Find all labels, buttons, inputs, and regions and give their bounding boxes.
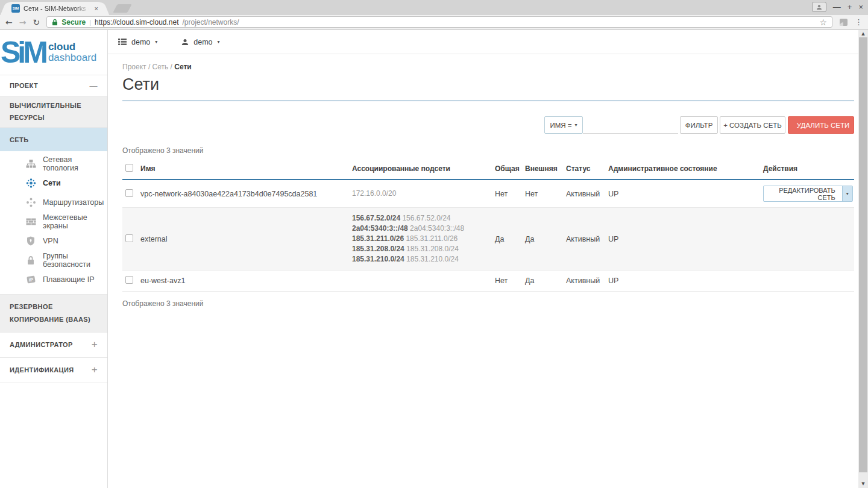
breadcrumb-current: Сети [174,63,191,71]
sidebar-item-label: Плавающие IP [43,275,95,284]
topology-icon [25,159,36,169]
url-path: /project/networks/ [183,18,239,27]
subnet-cidr: 185.31.210.0/24 [406,255,459,263]
sidebar-group-compute[interactable]: ВЫЧИСЛИТЕЛЬНЫЕ РЕСУРСЫ [0,96,107,127]
new-tab-button[interactable] [113,4,131,13]
sidebar-item-security-groups[interactable]: Группы безопасности [0,251,107,270]
tab-strip: SIM Сети - SIM-Networks cl × — + × [0,0,868,15]
logo-cloud-text: cloud [48,42,96,52]
sidebar-item-routers[interactable]: Маршрутизаторы [0,193,107,212]
edit-network-button[interactable]: РЕДАКТИРОВАТЬ СЕТЬ ▾ [763,186,853,202]
breadcrumb-network[interactable]: Сеть [153,63,169,71]
external-value: Да [525,208,566,271]
sidebar-item-label: Группы безопасности [43,252,107,269]
scrollbar-thumb[interactable] [859,37,867,472]
browser-tab[interactable]: SIM Сети - SIM-Networks cl × [7,2,102,15]
sidebar-item-network-topology[interactable]: Сетевая топология [0,154,107,174]
bookmark-star-icon[interactable]: ☆ [819,17,827,27]
page-scrollbar[interactable]: ▲ ▼ [858,30,868,488]
breadcrumb-separator: / [171,63,172,71]
network-name-link[interactable]: vpc-network-a84030ae422a4173b4d0e7495cda… [140,180,352,208]
favicon: SIM [11,4,20,13]
name-filter-dropdown[interactable]: ИМЯ = ▾ [544,116,583,134]
tab-title: Сети - SIM-Networks cl [24,5,89,12]
column-header-actions: Действия [763,160,854,180]
expand-plus-icon: + [92,364,98,376]
reading-list-icon[interactable] [839,18,848,27]
scroll-down-icon[interactable]: ▼ [858,481,868,486]
lock-icon [52,19,58,26]
status-value: Активный [566,180,608,208]
browser-toolbar: ← → ↻ Secure | https://cloud.sim-cloud.n… [0,15,868,30]
sidebar-item-networks[interactable]: Сети [0,174,107,193]
vpn-shield-icon [25,236,36,246]
network-name-link[interactable]: external [140,208,352,271]
networks-icon [25,178,36,188]
back-button[interactable]: ← [5,18,13,27]
create-button-label: + СОЗДАТЬ СЕТЬ [723,122,782,129]
sidebar: SiM cloud dashboard ПРОЕКТ — ВЫЧИСЛИТЕЛЬ… [0,30,108,488]
admin-state-value: UP [608,208,763,271]
row-checkbox[interactable] [125,276,133,284]
page-title: Сети [122,75,854,94]
compute-group-label: ВЫЧИСЛИТЕЛЬНЫЕ РЕСУРСЫ [10,100,98,124]
top-bar: demo ▾ demo ▾ [108,30,858,54]
items-count-top: Отображено 3 значений [122,146,854,155]
user-menu-label: demo [193,38,212,46]
sidebar-item-firewalls[interactable]: Межсетевые экраны [0,212,107,231]
network-name-link[interactable]: eu-west-avz1 [140,271,352,292]
scroll-up-icon[interactable]: ▲ [858,31,868,36]
create-network-button[interactable]: + СОЗДАТЬ СЕТЬ [720,116,785,134]
items-count-bottom: Отображено 3 значений [122,299,854,308]
browser-menu-icon[interactable]: ⋮ [855,17,863,27]
shared-value: Нет [495,271,525,292]
browser-profile-button[interactable] [812,2,826,12]
project-section-label: ПРОЕКТ [10,82,38,89]
breadcrumb-project[interactable]: Проект [122,63,146,71]
table-header-row: Имя Ассоциированные подсети Общая Внешня… [122,160,854,180]
sidebar-section-admin[interactable]: АДМИНИСТРАТОР + [0,332,107,357]
sidebar-group-backup[interactable]: РЕЗЕРВНОЕ КОПИРОВАНИЕ (BAAS) [0,294,107,332]
sidebar-group-network[interactable]: СЕТЬ [0,127,107,151]
column-header-name: Имя [140,160,352,180]
sidebar-item-vpn[interactable]: VPN [0,231,107,251]
subnet-cidr: 156.67.52.0/24 [402,214,450,222]
column-header-subnets: Ассоциированные подсети [352,160,495,180]
filter-button-label: ФИЛЬТР [685,122,713,129]
row-checkbox[interactable] [125,189,133,197]
logo-sim-text: SiM [1,39,45,66]
row-checkbox[interactable] [125,234,133,242]
chevron-down-icon: ▾ [155,39,157,45]
window-maximize-button[interactable]: + [848,2,852,11]
sidebar-section-project[interactable]: ПРОЕКТ — [0,75,107,96]
sim-cloud-logo: SiM cloud dashboard [0,30,107,75]
admin-section-label: АДМИНИСТРАТОР [10,341,73,348]
subnet-name: 185.31.210.0/24 [352,255,404,263]
edit-network-dropdown[interactable]: ▾ [842,186,852,201]
reload-button[interactable]: ↻ [33,18,40,27]
name-filter-label: ИМЯ = [550,122,571,129]
chevron-down-icon: ▾ [846,191,849,196]
subnet-name: 185.31.211.0/26 [352,234,404,243]
forward-button[interactable]: → [19,18,27,27]
filter-button[interactable]: ФИЛЬТР [680,116,718,134]
sidebar-item-label: Сетевая топология [43,155,107,172]
tab-close-icon[interactable]: × [95,5,98,12]
subnet-name: 2a04:5340:3::/48 [352,224,408,233]
subnet-name: 185.31.208.0/24 [352,245,404,253]
window-close-button[interactable]: × [858,2,863,11]
table-row: external 156.67.52.0/24 156.67.52.0/24 2… [122,208,854,271]
filter-input[interactable] [583,117,678,134]
sidebar-section-identity[interactable]: ИДЕНТИФИКАЦИЯ + [0,357,107,383]
status-value: Активный [566,271,608,292]
project-switcher-menu[interactable]: demo ▾ [118,38,157,46]
user-menu[interactable]: demo ▾ [181,38,219,46]
address-bar[interactable]: Secure | https://cloud.sim-cloud.net/pro… [46,16,832,28]
delete-networks-button[interactable]: УДАЛИТЬ СЕТИ [788,116,854,134]
sidebar-item-floating-ips[interactable]: IP Плавающие IP [0,270,107,289]
external-value: Нет [525,180,566,208]
window-minimize-button[interactable]: — [833,2,841,11]
chevron-down-icon: ▾ [218,39,220,45]
external-value: Да [525,271,566,292]
select-all-checkbox[interactable] [125,164,133,172]
